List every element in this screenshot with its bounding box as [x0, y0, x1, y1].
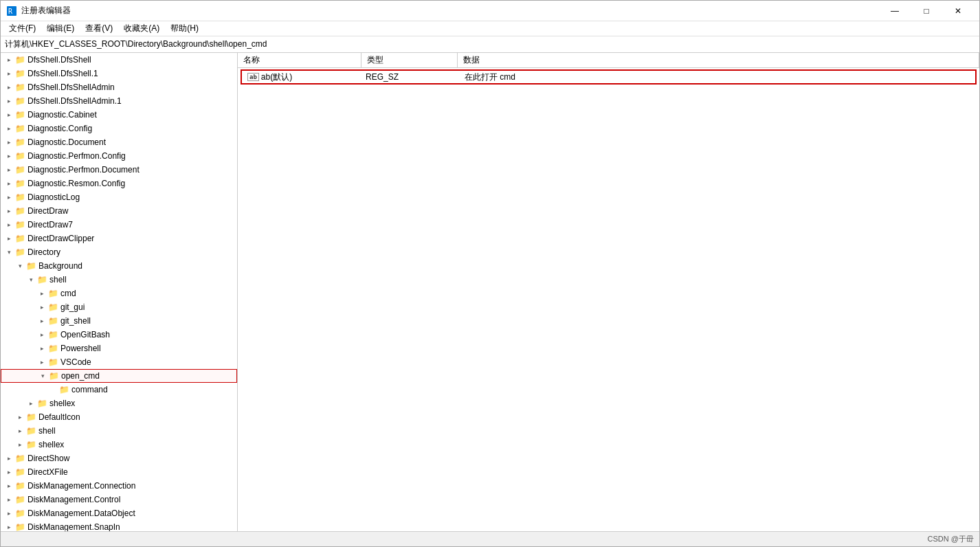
tree-item-Diagnostic.Perfmon.Document[interactable]: Diagnostic.Perfmon.Document	[1, 163, 237, 177]
tree-label-shell_dir: shell	[38, 426, 56, 436]
expander-DfsShell.DfsShellAdmin.1[interactable]	[3, 94, 14, 108]
expander-shell_bg[interactable]	[25, 273, 36, 287]
tree-item-git_shell[interactable]: git_shell	[1, 314, 237, 328]
expander-DirectDraw[interactable]	[3, 204, 14, 218]
tree-label-DefaultIcon: DefaultIcon	[38, 412, 80, 422]
tree-label-DfsShell.DfsShellAdmin: DfsShell.DfsShellAdmin	[27, 82, 115, 92]
tree-item-command[interactable]: command	[1, 383, 237, 397]
tree-item-DirectShow[interactable]: DirectShow	[1, 451, 237, 465]
tree-item-DirectDrawClipper[interactable]: DirectDrawClipper	[1, 232, 237, 245]
folder-icon-Diagnostic.Resmon.Config	[14, 178, 25, 189]
expander-shellex[interactable]	[25, 397, 36, 410]
tree-item-Diagnostic.Config[interactable]: Diagnostic.Config	[1, 122, 237, 135]
tree-item-shell_bg[interactable]: shell	[1, 273, 237, 287]
expander-Diagnostic.Perfmon.Document[interactable]	[3, 163, 14, 177]
tree-item-DfsShell.DfsShell[interactable]: DfsShell.DfsShell	[1, 53, 237, 67]
expander-Diagnostic.Perfmon.Config[interactable]	[3, 149, 14, 163]
registry-editor-window: R 注册表编辑器 — □ ✕ 文件(F) 编辑(E) 查看(V) 收藏夹(A) …	[0, 0, 980, 547]
expander-DiskManagement.DataObject[interactable]	[3, 506, 14, 520]
expander-VSCode[interactable]	[36, 355, 47, 369]
row-type-col: REG_SZ	[366, 72, 462, 82]
menu-file[interactable]: 文件(F)	[3, 21, 41, 36]
expander-DfsShell.DfsShell[interactable]	[3, 53, 14, 67]
tree-label-VSCode: VSCode	[60, 357, 91, 367]
tree-label-command: command	[71, 385, 108, 394]
menu-view[interactable]: 查看(V)	[80, 21, 118, 36]
tree-item-VSCode[interactable]: VSCode	[1, 355, 237, 369]
tree-item-DefaultIcon[interactable]: DefaultIcon	[1, 410, 237, 424]
expander-DiskManagement.Control[interactable]	[3, 493, 14, 506]
tree-label-DfsShell.DfsShell.1: DfsShell.DfsShell.1	[27, 69, 98, 78]
expander-DiagnosticLog[interactable]	[3, 190, 14, 204]
tree-item-Diagnostic.Document[interactable]: Diagnostic.Document	[1, 135, 237, 149]
tree-item-Directory[interactable]: Directory	[1, 245, 237, 259]
expander-DirectXFile[interactable]	[3, 465, 14, 479]
tree-item-DirectDraw7[interactable]: DirectDraw7	[1, 218, 237, 232]
expander-DirectDrawClipper[interactable]	[3, 232, 14, 245]
folder-icon-DiskManagement.DataObject	[14, 508, 25, 519]
expander-DirectShow[interactable]	[3, 451, 14, 465]
tree-pane[interactable]: DfsShell.DfsShellDfsShell.DfsShell.1DfsS…	[1, 53, 238, 531]
expander-shell_dir[interactable]	[14, 424, 25, 438]
tree-item-OpenGitBash[interactable]: OpenGitBash	[1, 328, 237, 342]
expander-shellex_dir[interactable]	[14, 438, 25, 451]
expander-DefaultIcon[interactable]	[14, 410, 25, 424]
expander-DirectDraw7[interactable]	[3, 218, 14, 232]
tree-item-Diagnostic.Resmon.Config[interactable]: Diagnostic.Resmon.Config	[1, 177, 237, 190]
tree-item-Background[interactable]: Background	[1, 259, 237, 273]
tree-item-git_gui[interactable]: git_gui	[1, 300, 237, 314]
tree-item-Diagnostic.Cabinet[interactable]: Diagnostic.Cabinet	[1, 108, 237, 122]
tree-item-Diagnostic.Perfmon.Config[interactable]: Diagnostic.Perfmon.Config	[1, 149, 237, 163]
minimize-button[interactable]: —	[879, 1, 911, 21]
expander-open_cmd[interactable]	[37, 369, 48, 383]
tree-item-shellex[interactable]: shellex	[1, 397, 237, 410]
detail-pane[interactable]: 名称 类型 数据 ab ab(默认) REG_SZ 在此打	[238, 53, 979, 531]
expander-cmd[interactable]	[36, 287, 47, 300]
tree-item-DiskManagement.DataObject[interactable]: DiskManagement.DataObject	[1, 506, 237, 520]
tree-item-cmd[interactable]: cmd	[1, 287, 237, 300]
expander-git_shell[interactable]	[36, 314, 47, 328]
tree-item-DiskManagement.Connection[interactable]: DiskManagement.Connection	[1, 479, 237, 493]
tree-item-DfsShell.DfsShellAdmin.1[interactable]: DfsShell.DfsShellAdmin.1	[1, 94, 237, 108]
tree-item-DiskManagement.Control[interactable]: DiskManagement.Control	[1, 493, 237, 506]
folder-icon-Diagnostic.Config	[14, 123, 25, 134]
folder-icon-shellex_dir	[25, 439, 36, 450]
address-bar[interactable]: 计算机\HKEY_CLASSES_ROOT\Directory\Backgrou…	[1, 36, 979, 53]
expander-Diagnostic.Cabinet[interactable]	[3, 108, 14, 122]
expander-git_gui[interactable]	[36, 300, 47, 314]
tree-item-DfsShell.DfsShell.1[interactable]: DfsShell.DfsShell.1	[1, 67, 237, 80]
tree-item-DiskManagement.SnapIn[interactable]: DiskManagement.SnapIn	[1, 520, 237, 531]
expander-DfsShell.DfsShellAdmin[interactable]	[3, 80, 14, 94]
tree-item-shell_dir[interactable]: shell	[1, 424, 237, 438]
tree-item-DiagnosticLog[interactable]: DiagnosticLog	[1, 190, 237, 204]
expander-DfsShell.DfsShell.1[interactable]	[3, 67, 14, 80]
tree-item-Powershell[interactable]: Powershell	[1, 342, 237, 355]
expander-Background[interactable]	[14, 259, 25, 273]
expander-Diagnostic.Config[interactable]	[3, 122, 14, 135]
maximize-button[interactable]: □	[911, 1, 942, 21]
expander-DiskManagement.Connection[interactable]	[3, 479, 14, 493]
tree-item-DfsShell.DfsShellAdmin[interactable]: DfsShell.DfsShellAdmin	[1, 80, 237, 94]
menu-favorites[interactable]: 收藏夹(A)	[118, 21, 165, 36]
tree-item-open_cmd[interactable]: open_cmd	[1, 369, 237, 383]
expander-Powershell[interactable]	[36, 342, 47, 355]
detail-row-0[interactable]: ab ab(默认) REG_SZ 在此打开 cmd	[241, 69, 977, 85]
tree-label-DiskManagement.Connection: DiskManagement.Connection	[27, 481, 135, 491]
menu-edit[interactable]: 编辑(E)	[41, 21, 80, 36]
tree-item-shellex_dir[interactable]: shellex	[1, 438, 237, 451]
expander-Directory[interactable]	[3, 245, 14, 259]
folder-icon-DfsShell.DfsShell.1	[14, 68, 25, 79]
expander-Diagnostic.Document[interactable]	[3, 135, 14, 149]
folder-icon-cmd	[47, 288, 58, 299]
main-content: DfsShell.DfsShellDfsShell.DfsShell.1DfsS…	[1, 53, 979, 531]
tree-label-shellex_dir: shellex	[38, 440, 64, 449]
expander-Diagnostic.Resmon.Config[interactable]	[3, 177, 14, 190]
tree-item-DirectDraw[interactable]: DirectDraw	[1, 204, 237, 218]
close-button[interactable]: ✕	[942, 1, 974, 21]
menu-help[interactable]: 帮助(H)	[165, 21, 204, 36]
tree-item-DirectXFile[interactable]: DirectXFile	[1, 465, 237, 479]
expander-DiskManagement.SnapIn[interactable]	[3, 520, 14, 531]
expander-OpenGitBash[interactable]	[36, 328, 47, 342]
tree-label-DiskManagement.DataObject: DiskManagement.DataObject	[27, 509, 135, 518]
folder-icon-VSCode	[47, 357, 58, 368]
